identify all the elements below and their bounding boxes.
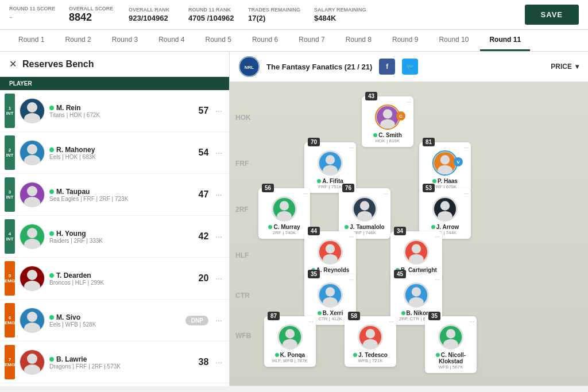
player-avatar-1 — [20, 140, 45, 165]
player-row[interactable]: 3 INT M. Taupau Sea Eagles | FRF | 2RF |… — [0, 174, 229, 216]
field-player-c-smith[interactable]: 43 ··· C C. Smith HOK | 819K — [362, 96, 413, 147]
name-a-fifita: A. Fifita — [317, 178, 343, 184]
dnp-badge-5: DNP — [185, 316, 208, 325]
player-row[interactable]: 4 INT H. Young Raiders | 2RF | 333K 42 ·… — [0, 216, 229, 258]
score-b-cartwright: 34 — [394, 227, 406, 235]
svg-point-39 — [360, 201, 369, 210]
player-name-4: T. Dearden — [49, 271, 187, 280]
sub-j-tedesco: WFB | 721K — [358, 358, 383, 363]
tab-round2[interactable]: Round 2 — [56, 30, 100, 51]
facebook-button[interactable]: f — [379, 59, 395, 75]
tab-round11[interactable]: Round 11 — [480, 30, 530, 51]
more-p-haas[interactable]: ··· — [464, 145, 469, 151]
avatar-j-arrow — [432, 196, 458, 222]
pos-label-frf: FRF — [235, 160, 249, 168]
field-player-c-nicoll-klokstad[interactable]: 35 ··· C. Nicoll-Klokstad WFB | 567K — [425, 316, 477, 373]
player-info-5: M. Sivo Eels | WFB | 528K — [49, 313, 181, 328]
player-row[interactable]: 1 INT M. Rein Titans | HOK | 672K 57 ··· — [0, 90, 229, 132]
more-options-4[interactable]: ··· — [213, 274, 225, 283]
svg-point-27 — [383, 109, 392, 118]
svg-point-30 — [326, 155, 335, 164]
status-dot-6 — [49, 357, 54, 362]
avatar-j-tedesco — [358, 324, 383, 350]
avatar-a-reynolds — [318, 239, 343, 265]
name-c-nicoll-klokstad: C. Nicoll-Klokstad — [428, 352, 473, 364]
header: ROUND 11 SCORE - OVERALL SCORE 8842 OVER… — [0, 0, 588, 30]
name-p-haas: P. Haas — [432, 178, 458, 184]
more-j-arrow[interactable]: ··· — [464, 191, 469, 197]
field-player-k-ponqa[interactable]: 87 ··· K. Ponqa HLF, WFB | 787K — [264, 316, 316, 367]
tab-round5[interactable]: Round 5 — [196, 30, 241, 51]
more-options-5[interactable]: ··· — [213, 316, 225, 325]
player-sub-3: Raiders | 2RF | 333K — [49, 238, 187, 244]
more-k-ponqa[interactable]: ··· — [309, 319, 314, 325]
trades-stat: TRADES REMAINING 17(2) — [248, 7, 300, 22]
name-k-ponqa: K. Ponqa — [275, 352, 305, 358]
more-c-murray[interactable]: ··· — [303, 191, 308, 197]
field-player-j-tedesco[interactable]: 58 ··· J. Tedesco WFB | 721K — [345, 316, 396, 367]
more-j-taumalolo[interactable]: ··· — [384, 191, 388, 197]
svg-point-58 — [283, 339, 297, 350]
score-p-haas: 81 — [423, 138, 435, 146]
more-options-1[interactable]: ··· — [213, 148, 225, 157]
svg-point-42 — [440, 201, 450, 210]
tab-round9[interactable]: Round 9 — [383, 30, 427, 51]
field-header: NRL The Fantasy Fanatics (21 / 21) f 🐦 P… — [230, 52, 588, 82]
tab-round6[interactable]: Round 6 — [243, 30, 287, 51]
close-icon[interactable]: ✕ — [9, 59, 17, 69]
player-info-0: M. Rein Titans | HOK | 672K — [49, 104, 187, 118]
bench-title: Reserves Bench — [22, 59, 94, 69]
int-badge-4: 5 EMG — [5, 261, 15, 296]
more-b-nikora[interactable]: ··· — [435, 277, 440, 283]
more-b-xerri[interactable]: ··· — [349, 277, 354, 283]
player-row[interactable]: 5 EMG T. Dearden Broncos | HLF | 299K 20… — [0, 258, 229, 300]
tab-round3[interactable]: Round 3 — [103, 30, 147, 51]
tab-round10[interactable]: Round 10 — [430, 30, 478, 51]
pos-label-hlf: HLF — [235, 251, 249, 259]
more-options-3[interactable]: ··· — [213, 232, 225, 241]
sort-label: PRICE — [551, 63, 572, 71]
tab-round7[interactable]: Round 7 — [289, 30, 334, 51]
sub-a-fifita: FRF | 751K — [319, 184, 342, 189]
player-row[interactable]: 6 EMG M. Sivo Eels | WFB | 528K DNP ··· — [0, 300, 229, 341]
player-score-3: 42 — [191, 231, 208, 242]
player-row[interactable]: 2 INT R. Mahoney Eels | HOK | 683K 54 ··… — [0, 132, 229, 174]
more-c-smith[interactable]: ··· — [407, 99, 411, 105]
more-c-nicoll-klokstad[interactable]: ··· — [470, 319, 474, 325]
svg-point-54 — [412, 287, 421, 296]
overall-rank-stat: OVERALL RANK 923/104962 — [129, 7, 175, 22]
player-info-4: T. Dearden Broncos | HLF | 299K — [49, 271, 187, 286]
svg-point-33 — [440, 155, 450, 164]
save-button[interactable]: SAVE — [525, 5, 579, 25]
twitter-button[interactable]: 🐦 — [402, 59, 418, 75]
overall-rank-label: OVERALL RANK — [129, 7, 175, 13]
avatar-b-xerri — [318, 282, 343, 308]
svg-point-64 — [443, 339, 458, 350]
player-row[interactable]: 7 EMG B. Lawrie Dragons | FRF | 2RF | 57… — [0, 341, 229, 383]
int-badge-3: 4 INT — [5, 219, 15, 254]
tab-round8[interactable]: Round 8 — [336, 30, 381, 51]
tab-round4[interactable]: Round 4 — [149, 30, 194, 51]
player-avatar-2 — [20, 182, 45, 207]
name-j-arrow: J. Arrow — [431, 224, 459, 230]
svg-point-36 — [280, 201, 289, 210]
svg-point-57 — [285, 329, 295, 338]
more-j-tedesco[interactable]: ··· — [389, 319, 394, 325]
sub-b-xerri: CTR | 412K — [318, 316, 342, 321]
more-options-6[interactable]: ··· — [213, 358, 225, 367]
player-avatar-4 — [20, 266, 45, 291]
player-row[interactable]: 8 EMG Z. Lomax Dragons | CTR | WFB | 297… — [0, 383, 229, 386]
sort-select[interactable]: PRICE ▾ — [551, 63, 579, 71]
svg-point-61 — [363, 339, 377, 350]
svg-point-60 — [366, 329, 375, 338]
tab-round1[interactable]: Round 1 — [9, 30, 53, 51]
more-b-cartwright[interactable]: ··· — [435, 234, 440, 240]
more-options-2[interactable]: ··· — [213, 190, 225, 199]
vice-badge: V — [454, 157, 463, 166]
more-a-reynolds[interactable]: ··· — [349, 234, 354, 240]
player-avatar-3 — [20, 224, 45, 249]
more-a-fifita[interactable]: ··· — [349, 145, 354, 151]
more-options-0[interactable]: ··· — [213, 106, 225, 115]
status-dot-0 — [49, 106, 54, 110]
field-player-c-murray[interactable]: 56 ··· C. Murray 2RF | 740K — [258, 188, 310, 239]
